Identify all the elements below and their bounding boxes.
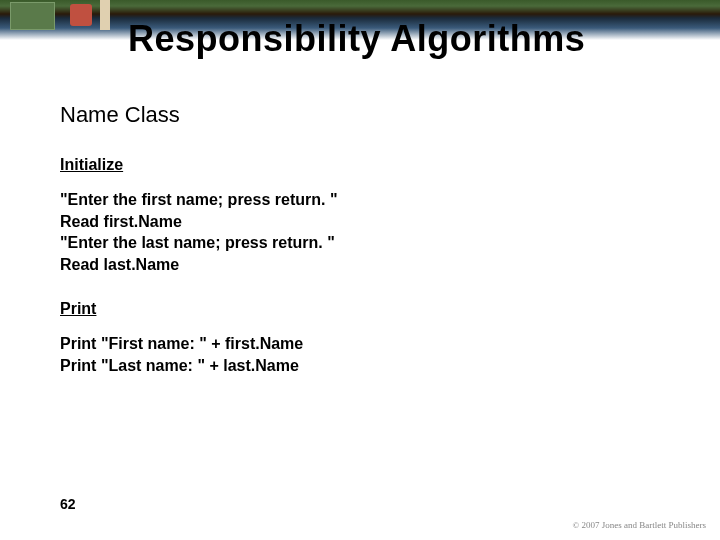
copyright-notice: © 2007 Jones and Bartlett Publishers [572,520,706,530]
code-line: "Enter the last name; press return. " [60,232,660,254]
banner-shape [70,4,92,26]
code-line: Print "First name: " + first.Name [60,333,660,355]
code-line: Read last.Name [60,254,660,276]
class-name-heading: Name Class [60,100,660,130]
banner-shape [100,0,110,30]
slide-title: Responsibility Algorithms [128,18,585,60]
code-line: Print "Last name: " + last.Name [60,355,660,377]
code-line: "Enter the first name; press return. " [60,189,660,211]
page-number: 62 [60,496,76,512]
banner-shape [10,2,55,30]
initialize-block: "Enter the first name; press return. " R… [60,189,660,275]
print-block: Print "First name: " + first.Name Print … [60,333,660,376]
code-line: Read first.Name [60,211,660,233]
initialize-heading: Initialize [60,154,660,176]
slide-content: Name Class Initialize "Enter the first n… [60,100,660,398]
print-heading: Print [60,298,660,320]
